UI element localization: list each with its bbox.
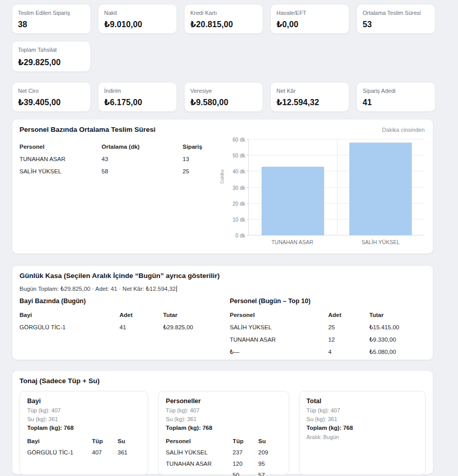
bar-series [249,140,425,235]
col-header-tutar: Tutar [369,312,426,318]
col-header-su: Su [258,438,282,444]
tonnage-panel: Tonaj (Sadece Tüp + Su) Bayi Tüp (kg): 4… [12,370,433,474]
personnel-section: Personel (Bugün – Top 10) Personel Adet … [230,298,426,358]
tonnage-range-note: Aralık: Bugün [307,434,418,440]
stat-card-credit-card: Kredi Kartı ₺20.815,00 [184,4,263,34]
cell-adet: 12 [328,336,369,343]
stat-value: 38 [18,20,85,29]
bar [262,167,324,235]
y-tick-label: 30 dk [233,185,245,190]
col-header-tup: Tüp [233,438,258,444]
cell-average: 43 [102,156,183,162]
cell-personel: SALİH YÜKSEL [19,168,102,174]
tonnage-card-dealer: Bayi Tüp (kg): 407 Su (kg): 361 Toplam (… [19,391,148,475]
table-row: ₺— 4 ₺5.080,00 [230,346,426,358]
col-header-personel: Personel [230,312,328,318]
tonnage-water-line: Su (kg): 361 [27,416,141,422]
dashboard-page: Teslim Edilen Sipariş 38 Nakit ₺9.010,00… [0,0,458,476]
stat-label: Net Kâr [276,88,343,94]
stat-card-cash: Nakit ₺9.010,00 [98,4,177,34]
tonnage-tube-line: Tüp (kg): 407 [307,407,418,413]
col-header-average: Ortalama (dk) [102,144,183,150]
stat-card-wire-transfer: Havale/EFT ₺0,00 [270,4,349,34]
personnel-table: Personel Adet Tutar SALİH YÜKSEL 25 ₺15.… [230,309,426,358]
stat-value: ₺6.175,00 [104,97,171,107]
delivery-panel-body: Personel Ortalama (dk) Sipariş TUNAHAN A… [19,134,426,245]
y-tick-label: 60 dk [233,137,245,143]
x-axis-label: TUNAHAN ASAR [248,239,336,245]
stats-row-1: Teslim Edilen Sipariş 38 Nakit ₺9.010,00… [12,0,435,34]
stats-row-3: Net Ciro ₺39.405,00 İndirim ₺6.175,00 Ve… [12,82,435,112]
dealer-section-title: Bayi Bazında (Bugün) [19,298,230,305]
cell-su: 95 [258,461,282,467]
y-tick-label: 20 dk [233,201,245,206]
tonnage-card-personnel: Personeller Tüp (kg): 407 Su (kg): 361 T… [158,391,289,475]
table-row: TUNAHAN ASAR 43 13 [19,153,224,165]
cell-tup: 237 [233,449,258,455]
stat-value: ₺29.825,00 [18,57,85,67]
cell-su: 209 [258,449,282,455]
tonnage-card-title: Total [307,398,418,405]
col-header-tup: Tüp [92,438,117,444]
y-tick-label: 0 dk [235,233,245,239]
tonnage-card-title: Personeller [166,398,281,405]
y-tick-label: 50 dk [233,153,245,158]
cell-bayi: GÖRGÜLÜ TİC-1 [19,324,120,330]
stat-label: Net Ciro [18,88,85,94]
cell-su: 57 [258,472,282,476]
stat-value: 41 [363,98,429,107]
table-row: GÖRGÜLÜ TİC-1 41 ₺29.825,00 [19,321,230,333]
cell-personel: SALİH YÜKSEL [166,449,232,455]
table-header-row: Personel Ortalama (dk) Sipariş [19,141,224,153]
cell-personel: SALİH YÜKSEL [230,324,328,330]
personnel-section-title: Personel (Bugün – Top 10) [230,298,426,305]
tonnage-personnel-table: Personel Tüp Su SALİH YÜKSEL 237 209 TUN… [166,435,281,476]
chart-plot: 0 dk10 dk20 dk30 dk40 dk50 dk60 dk [248,140,425,235]
chart-x-labels: TUNAHAN ASARSALİH YÜKSEL [248,239,425,245]
stat-value: ₺9.010,00 [104,19,171,29]
text-caret [176,286,177,292]
tonnage-water-line: Su (kg): 361 [166,416,281,422]
dealer-table: Bayi Adet Tutar GÖRGÜLÜ TİC-1 41 ₺29.825… [19,309,230,333]
stat-card-order-count: Sipariş Adedi 41 [356,82,435,112]
bar [349,143,412,235]
cell-average: 58 [102,168,183,174]
table-row: 50 57 [166,469,281,476]
cell-tutar: ₺29.825,00 [163,324,230,331]
stat-value: ₺20.815,00 [190,19,257,29]
delivery-time-panel: Personel Bazında Ortalama Teslim Süresi … [12,119,433,254]
tonnage-card-total: Total Tüp (kg): 407 Su (kg): 361 Toplam … [299,391,426,475]
table-row: GÖRGÜLÜ TİC-1 407 361 [27,447,141,458]
table-row: TUNAHAN ASAR 120 95 [166,458,281,469]
table-header-row: Bayi Tüp Su [27,435,141,447]
col-header-adet: Adet [120,312,163,318]
daily-columns: Bayi Bazında (Bugün) Bayi Adet Tutar GÖR… [19,298,426,358]
daily-summary-text: Bugün Toplam: ₺29.825,00 · Adet: 41 · Ne… [19,286,176,292]
stats-row-2: Toplam Tahsilat ₺29.825,00 [12,41,435,72]
tonnage-water-line: Su (kg): 361 [307,416,418,422]
cell-personel: TUNAHAN ASAR [19,156,102,162]
y-tick-label: 40 dk [233,169,245,174]
stat-card-discount: İndirim ₺6.175,00 [98,82,177,112]
tonnage-tube-line: Tüp (kg): 407 [166,407,281,413]
col-header-su: Su [117,438,141,444]
x-axis-label: SALİH YÜKSEL [336,239,425,245]
daily-cash-panel: Günlük Kasa (Seçilen Aralık İçinde “Bugü… [12,265,433,360]
col-header-personel: Personel [166,438,232,444]
delivery-table: Personel Ortalama (dk) Sipariş TUNAHAN A… [19,134,224,245]
cell-adet: 41 [120,324,163,330]
stat-card-net-profit: Net Kâr ₺12.594,32 [270,82,349,112]
cell-tutar: ₺5.080,00 [369,348,426,355]
daily-panel-title: Günlük Kasa (Seçilen Aralık İçinde “Bugü… [19,272,426,280]
y-tick-label: 10 dk [233,216,245,222]
table-header-row: Personel Tüp Su [166,435,281,447]
delivery-panel-title: Personel Bazında Ortalama Teslim Süresi [19,126,155,133]
stat-label: Sipariş Adedi [363,88,429,94]
tonnage-card-title: Bayi [27,398,141,405]
cell-adet: 25 [328,324,369,330]
y-axis-title: Dakika [220,169,225,184]
cell-tup: 120 [233,461,258,467]
cell-bayi: GÖRGÜLÜ TİC-1 [27,449,92,455]
table-row: SALİH YÜKSEL 58 25 [19,165,224,177]
cell-personel: ₺— [230,348,328,355]
